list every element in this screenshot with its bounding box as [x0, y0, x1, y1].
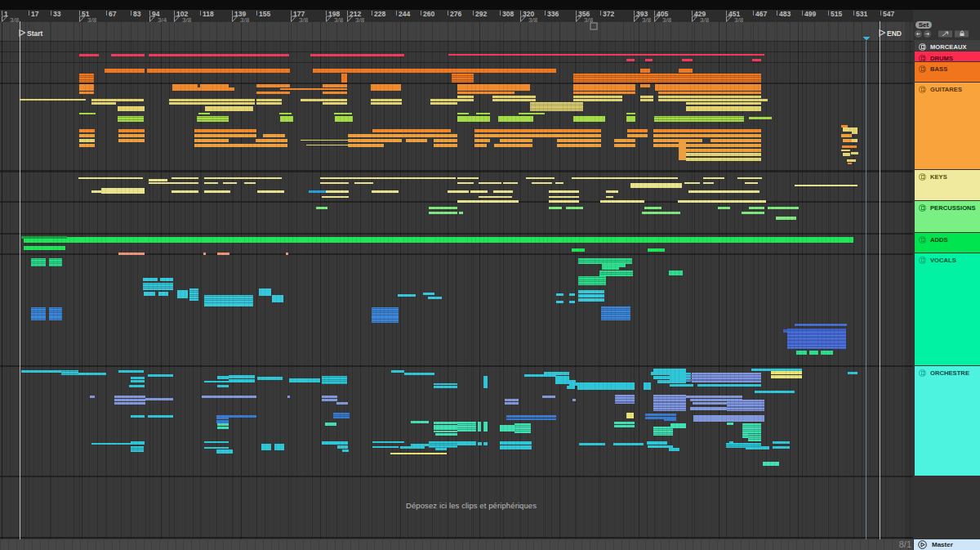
svg-text:467: 467: [755, 10, 767, 18]
svg-text:3/8: 3/8: [662, 16, 672, 24]
svg-text:83: 83: [133, 10, 141, 18]
svg-text:118: 118: [203, 10, 214, 18]
svg-text:3/8: 3/8: [182, 16, 192, 24]
svg-text:308: 308: [502, 10, 514, 18]
svg-text:3/8: 3/8: [240, 16, 250, 24]
svg-text:155: 155: [259, 10, 270, 18]
svg-text:3/8: 3/8: [299, 16, 309, 24]
svg-text:244: 244: [399, 10, 410, 18]
svg-text:260: 260: [423, 10, 434, 18]
svg-text:276: 276: [450, 10, 461, 18]
svg-text:3/8: 3/8: [334, 16, 344, 24]
svg-text:17: 17: [31, 10, 39, 18]
svg-text:67: 67: [109, 10, 117, 18]
svg-text:3/8: 3/8: [734, 16, 744, 24]
svg-text:3/8: 3/8: [528, 16, 538, 24]
svg-text:228: 228: [374, 10, 385, 18]
svg-text:499: 499: [804, 10, 816, 18]
svg-text:33: 33: [53, 10, 61, 18]
svg-text:3/8: 3/8: [642, 16, 652, 24]
svg-text:336: 336: [547, 10, 559, 18]
svg-text:483: 483: [779, 10, 791, 18]
svg-text:3/8: 3/8: [87, 16, 97, 24]
svg-text:531: 531: [856, 10, 867, 18]
svg-text:END: END: [887, 29, 902, 38]
svg-text:372: 372: [603, 10, 614, 18]
svg-text:3/8: 3/8: [584, 16, 594, 24]
svg-text:515: 515: [831, 10, 842, 18]
svg-text:547: 547: [883, 10, 894, 18]
svg-text:292: 292: [475, 10, 487, 18]
svg-text:3/8: 3/8: [700, 16, 710, 24]
svg-text:Start: Start: [27, 29, 43, 38]
svg-text:3/8: 3/8: [10, 16, 20, 24]
svg-text:3/8: 3/8: [355, 16, 365, 24]
svg-text:3/4: 3/4: [158, 16, 167, 24]
